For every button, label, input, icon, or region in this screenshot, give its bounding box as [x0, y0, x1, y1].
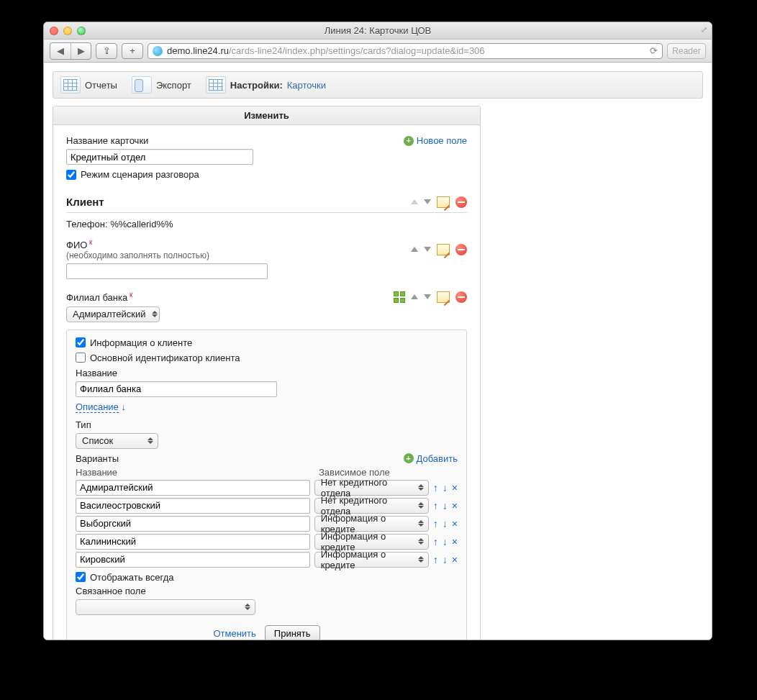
address-bar[interactable]: demo.line24.ru/cards-line24/index.php/se…: [148, 43, 663, 59]
browser-window: Линия 24: Карточки ЦОВ ⤢ ◀ ▶ ⇪ + demo.li…: [43, 22, 712, 640]
settings-icon: [206, 76, 226, 94]
fio-input[interactable]: [66, 263, 268, 279]
toolbar-label: Экспорт: [156, 80, 191, 91]
move-down-icon[interactable]: [424, 199, 431, 204]
back-button[interactable]: ◀: [50, 43, 71, 59]
variant-dep-select[interactable]: Нет кредитного отдела: [314, 498, 429, 514]
phone-field: Телефон: %%callerid%%: [66, 219, 467, 229]
linked-field-select[interactable]: [76, 599, 255, 615]
move-down-icon[interactable]: ↓: [443, 554, 448, 565]
col-name: Название: [76, 467, 319, 478]
branch-select-value: Адмиралтейский: [73, 309, 146, 319]
move-up-icon[interactable]: ↑: [433, 536, 438, 547]
fio-label: ФИО: [66, 240, 87, 250]
col-dependent: Зависимое поле: [319, 467, 390, 478]
variant-name-input[interactable]: [76, 534, 310, 550]
divider: [66, 212, 467, 213]
chevron-down-icon: ↓: [121, 401, 126, 412]
move-up-icon[interactable]: ↑: [433, 500, 438, 512]
share-button[interactable]: ⇪: [96, 43, 117, 59]
move-up-icon[interactable]: ↑: [433, 554, 438, 565]
branch-select[interactable]: Адмиралтейский: [66, 306, 160, 322]
grip-icon[interactable]: [394, 291, 405, 303]
move-down-icon[interactable]: [424, 247, 431, 252]
site-icon: [153, 46, 163, 56]
fullscreen-icon[interactable]: ⤢: [701, 25, 707, 35]
remove-icon[interactable]: ×: [452, 554, 458, 565]
variant-dep-select[interactable]: Информация о кредите: [314, 552, 429, 568]
export-icon: [132, 76, 152, 94]
cancel-button[interactable]: Отменить: [213, 628, 255, 639]
toolbar-label: Настройки:: [230, 80, 283, 91]
app-toolbar: Отчеты Экспорт Настройки: Карточки: [53, 71, 703, 99]
delete-icon[interactable]: [455, 244, 467, 255]
zoom-window-icon[interactable]: [77, 27, 86, 35]
client-info-checkbox[interactable]: [76, 337, 86, 347]
breadcrumb-cards[interactable]: Карточки: [287, 80, 326, 91]
window-controls: [50, 27, 86, 35]
move-up-icon[interactable]: ↑: [433, 518, 438, 529]
reader-button[interactable]: Reader: [667, 43, 706, 59]
variant-dep-select[interactable]: Нет кредитного отдела: [314, 480, 429, 496]
variant-row: Информация о кредите ↑↓×: [76, 534, 458, 550]
nav-buttons: ◀ ▶: [50, 42, 91, 60]
primary-id-checkbox[interactable]: [76, 353, 86, 363]
move-down-icon[interactable]: ↓: [443, 518, 448, 529]
add-variant-button[interactable]: + Добавить: [404, 453, 458, 464]
variant-name-input[interactable]: [76, 552, 310, 568]
browser-toolbar: ◀ ▶ ⇪ + demo.line24.ru/cards-line24/inde…: [44, 40, 712, 63]
move-up-icon[interactable]: [411, 199, 418, 204]
toolbar-label: Отчеты: [85, 80, 117, 91]
variant-dep-select[interactable]: Информация о кредите: [314, 534, 429, 550]
variants-label: Варианты: [76, 453, 119, 464]
close-window-icon[interactable]: [50, 27, 58, 35]
move-up-icon[interactable]: [411, 294, 418, 299]
branch-label: Филиал банка: [66, 293, 127, 304]
add-bookmark-button[interactable]: +: [122, 43, 143, 59]
toolbar-reports[interactable]: Отчеты: [60, 76, 117, 94]
variant-dep-select[interactable]: Информация о кредите: [314, 516, 429, 532]
variant-name-input[interactable]: [76, 498, 310, 514]
remove-icon[interactable]: ×: [452, 482, 458, 494]
variant-row: Нет кредитного отдела ↑↓×: [76, 498, 458, 514]
minimize-window-icon[interactable]: [63, 27, 72, 35]
description-toggle[interactable]: Описание: [76, 401, 119, 413]
remove-icon[interactable]: ×: [452, 518, 458, 529]
move-down-icon[interactable]: ↓: [443, 500, 448, 512]
remove-icon[interactable]: ×: [452, 500, 458, 512]
variant-name-input[interactable]: [76, 480, 310, 496]
plus-icon: +: [404, 453, 414, 463]
card-name-label: Название карточки: [66, 135, 148, 146]
variant-name-input[interactable]: [76, 516, 310, 532]
variant-row: Информация о кредите ↑↓×: [76, 516, 458, 532]
type-select[interactable]: Список: [76, 433, 158, 449]
accept-button[interactable]: Принять: [265, 625, 320, 640]
client-info-label: Информация о клиенте: [90, 337, 192, 348]
move-up-icon[interactable]: ↑: [433, 482, 438, 494]
edit-panel: Изменить Название карточки + Новое поле …: [53, 106, 481, 640]
move-down-icon[interactable]: ↓: [443, 482, 448, 494]
move-down-icon[interactable]: ↓: [443, 536, 448, 547]
move-up-icon[interactable]: [411, 247, 418, 252]
delete-icon[interactable]: [455, 196, 467, 208]
linked-field-label: Связанное поле: [76, 586, 458, 596]
url-text: demo.line24.ru/cards-line24/index.php/se…: [167, 45, 485, 56]
new-field-button[interactable]: + Новое поле: [404, 135, 467, 146]
move-down-icon[interactable]: [424, 294, 431, 299]
editor-name-input[interactable]: [76, 381, 277, 397]
edit-icon[interactable]: [437, 196, 450, 208]
always-show-checkbox[interactable]: [76, 572, 86, 582]
scenario-mode-checkbox[interactable]: [66, 170, 76, 180]
reload-icon[interactable]: ⟳: [650, 45, 658, 56]
edit-icon[interactable]: [437, 244, 450, 255]
section-client-title: Клиент: [66, 196, 104, 208]
edit-icon[interactable]: [437, 291, 450, 303]
delete-icon[interactable]: [455, 291, 467, 303]
variant-row: Нет кредитного отдела ↑↓×: [76, 480, 458, 496]
toolbar-export[interactable]: Экспорт: [132, 76, 191, 94]
remove-icon[interactable]: ×: [452, 536, 458, 547]
forward-button[interactable]: ▶: [71, 43, 91, 59]
panel-title: Изменить: [53, 106, 480, 125]
editor-name-label: Название: [76, 368, 458, 378]
card-name-input[interactable]: [66, 149, 253, 165]
